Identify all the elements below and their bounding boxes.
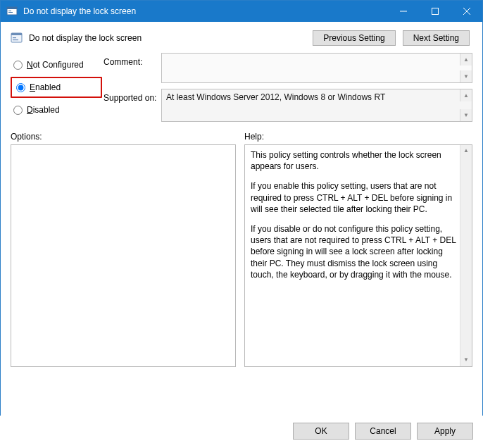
next-setting-button[interactable]: Next Setting	[403, 30, 470, 46]
svg-rect-2	[8, 11, 11, 11]
radio-enabled-label: Enabled	[30, 82, 61, 92]
minimize-button[interactable]	[387, 1, 419, 22]
svg-rect-8	[13, 39, 18, 40]
policy-name: Do not display the lock screen	[29, 33, 313, 43]
svg-rect-6	[11, 33, 22, 35]
comment-label: Comment:	[104, 53, 160, 67]
svg-rect-3	[8, 12, 13, 13]
title-bar: Do not display the lock screen	[1, 1, 482, 22]
upper-grid: Not Configured Enabled Disabled Comment:…	[1, 49, 482, 122]
cancel-button[interactable]: Cancel	[355, 423, 411, 440]
supported-on-value: At least Windows Server 2012, Windows 8 …	[166, 92, 385, 102]
supported-on-field: At least Windows Server 2012, Windows 8 …	[161, 89, 472, 122]
help-p1: This policy setting controls whether the…	[251, 149, 456, 172]
state-radio-group: Not Configured Enabled Disabled	[11, 53, 102, 122]
radio-not-configured-cfg: Configured	[42, 60, 84, 70]
enabled-highlight: Enabled	[11, 77, 102, 98]
radio-disabled-input[interactable]	[13, 106, 23, 115]
footer-buttons: OK Cancel Apply	[0, 416, 483, 448]
close-button[interactable]	[451, 1, 482, 22]
radio-enabled-input[interactable]	[16, 83, 25, 92]
help-label: Help:	[244, 132, 472, 142]
setting-nav: Previous Setting Next Setting	[313, 30, 470, 46]
help-p2: If you enable this policy setting, users…	[251, 180, 456, 215]
svg-rect-7	[13, 37, 16, 38]
scroll-up-icon[interactable]: ▲	[460, 89, 472, 101]
help-pane: This policy setting controls whether the…	[244, 144, 472, 367]
pane-labels: Options: Help:	[1, 122, 482, 144]
options-pane	[11, 144, 236, 367]
header-row: Do not display the lock screen Previous …	[1, 22, 482, 49]
svg-rect-1	[7, 7, 17, 9]
scroll-down-icon[interactable]: ▼	[460, 109, 472, 121]
options-label: Options:	[11, 132, 236, 142]
window-title: Do not display the lock screen	[23, 6, 387, 16]
radio-enabled[interactable]: Enabled	[13, 80, 99, 95]
scroll-up-icon[interactable]: ▲	[460, 54, 472, 66]
maximize-button[interactable]	[419, 1, 451, 22]
scroll-down-icon[interactable]: ▼	[460, 70, 472, 82]
ok-button[interactable]: OK	[293, 423, 349, 440]
help-p3: If you disable or do not configure this …	[251, 223, 456, 280]
policy-icon	[11, 32, 23, 44]
svg-rect-4	[432, 8, 438, 15]
comment-scroll: ▲ ▼	[460, 54, 472, 82]
radio-disabled[interactable]: Disabled	[11, 102, 102, 118]
scroll-down-icon[interactable]: ▼	[460, 354, 472, 366]
radio-not-configured-input[interactable]	[13, 61, 23, 70]
supported-on-label: Supported on:	[104, 89, 160, 103]
radio-not-configured[interactable]: Not Configured	[11, 57, 102, 73]
lower-panes: This policy setting controls whether the…	[1, 144, 482, 367]
apply-button[interactable]: Apply	[417, 423, 473, 440]
radio-not-configured-label-rest: ot	[33, 60, 42, 70]
window-controls	[387, 1, 482, 22]
scroll-up-icon[interactable]: ▲	[460, 145, 472, 157]
radio-disabled-label: Disabled	[27, 105, 60, 115]
comment-field[interactable]: ▲ ▼	[161, 53, 472, 83]
supported-scroll: ▲ ▼	[460, 89, 472, 121]
help-scrollbar[interactable]: ▲ ▼	[460, 145, 472, 366]
previous-setting-button[interactable]: Previous Setting	[313, 30, 395, 46]
app-icon	[6, 6, 18, 17]
